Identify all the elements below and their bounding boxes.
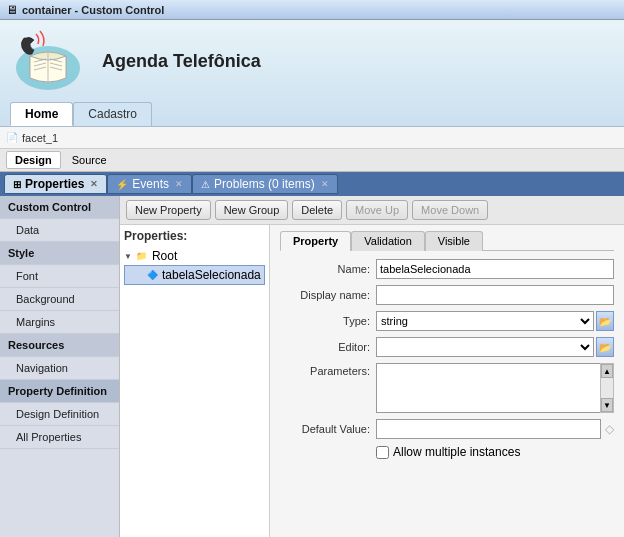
panel-area: New Property New Group Delete Move Up Mo…	[120, 196, 624, 537]
tab-problems[interactable]: ⚠ Problems (0 items) ✕	[192, 174, 338, 194]
scroll-down-button[interactable]: ▼	[601, 398, 613, 412]
sidebar-item-custom-control[interactable]: Custom Control	[0, 196, 119, 219]
title-bar-text: container - Custom Control	[22, 4, 164, 16]
close-properties-icon[interactable]: ✕	[90, 179, 98, 189]
sidebar-item-data[interactable]: Data	[0, 219, 119, 242]
diamond-icon: ◇	[605, 422, 614, 436]
prop-tab-property[interactable]: Property	[280, 231, 351, 251]
design-bar: Design Source	[0, 149, 624, 172]
move-up-button[interactable]: Move Up	[346, 200, 408, 220]
sidebar-item-property-definition[interactable]: Property Definition	[0, 380, 119, 403]
default-value-input[interactable]	[376, 419, 601, 439]
expand-icon: ▼	[124, 252, 132, 261]
editor-select-wrap: 📂	[376, 337, 614, 357]
new-group-button[interactable]: New Group	[215, 200, 289, 220]
default-value-field: Default Value: ◇	[280, 419, 614, 439]
app-title: Agenda Telefônica	[102, 51, 261, 72]
allow-multiple-checkbox[interactable]	[376, 446, 389, 459]
sidebar-item-background[interactable]: Background	[0, 288, 119, 311]
folder-icon: 📁	[135, 249, 149, 263]
app-logo	[10, 26, 90, 96]
name-input[interactable]	[376, 259, 614, 279]
delete-button[interactable]: Delete	[292, 200, 342, 220]
sidebar-item-all-properties[interactable]: All Properties	[0, 426, 119, 449]
facet-label: facet_1	[22, 132, 58, 144]
allow-multiple-row: Allow multiple instances	[280, 445, 614, 459]
tree-root[interactable]: ▼ 📁 Root	[124, 247, 265, 265]
editor-browse-button[interactable]: 📂	[596, 337, 614, 357]
type-select-wrap: string boolean integer number object 📂	[376, 311, 614, 331]
type-field: Type: string boolean integer number obje…	[280, 311, 614, 331]
display-name-input[interactable]	[376, 285, 614, 305]
editor-label: Editor:	[280, 341, 370, 353]
editor-select[interactable]	[376, 337, 594, 357]
title-bar-icon: 🖥	[6, 3, 18, 17]
type-label: Type:	[280, 315, 370, 327]
parameters-input[interactable]	[376, 363, 614, 413]
default-value-wrap: ◇	[376, 419, 614, 439]
properties-tree: Properties: ▼ 📁 Root 🔷 tabelaSelecionada	[120, 225, 270, 537]
facet-bar: 📄 facet_1	[0, 127, 624, 149]
app-header: Agenda Telefônica Home Cadastro	[0, 20, 624, 127]
sidebar: Custom Control Data Style Font Backgroun…	[0, 196, 120, 537]
sidebar-item-font[interactable]: Font	[0, 265, 119, 288]
sidebar-item-design-definition[interactable]: Design Definition	[0, 403, 119, 426]
panel-tabs-bar: ⊞ Properties ✕ ⚡ Events ✕ ⚠ Problems (0 …	[0, 172, 624, 196]
name-label: Name:	[280, 263, 370, 275]
editor-field: Editor: 📂	[280, 337, 614, 357]
sidebar-item-style[interactable]: Style	[0, 242, 119, 265]
allow-multiple-label: Allow multiple instances	[393, 445, 520, 459]
properties-icon: ⊞	[13, 179, 21, 190]
tab-events[interactable]: ⚡ Events ✕	[107, 174, 192, 194]
prop-tab-visible[interactable]: Visible	[425, 231, 483, 251]
problems-icon: ⚠	[201, 179, 210, 190]
tree-root-label: Root	[152, 249, 177, 263]
default-value-label: Default Value:	[280, 423, 370, 435]
name-field: Name:	[280, 259, 614, 279]
main-content: Custom Control Data Style Font Backgroun…	[0, 196, 624, 537]
parameters-field: Parameters: ▲ ▼	[280, 363, 614, 413]
title-bar: 🖥 container - Custom Control	[0, 0, 624, 20]
tab-design[interactable]: Design	[6, 151, 61, 169]
properties-tree-label: Properties:	[124, 229, 265, 243]
facet-icon: 📄	[6, 132, 18, 143]
tab-source[interactable]: Source	[63, 151, 116, 169]
events-icon: ⚡	[116, 179, 128, 190]
parameters-label: Parameters:	[280, 363, 370, 377]
sidebar-item-resources[interactable]: Resources	[0, 334, 119, 357]
property-editor: Property Validation Visible Name: Displa…	[270, 225, 624, 537]
app-tabs: Home Cadastro	[10, 102, 614, 126]
properties-panel: Properties: ▼ 📁 Root 🔷 tabelaSelecionada…	[120, 225, 624, 537]
display-name-field: Display name:	[280, 285, 614, 305]
toolbar: New Property New Group Delete Move Up Mo…	[120, 196, 624, 225]
sidebar-item-margins[interactable]: Margins	[0, 311, 119, 334]
tab-properties[interactable]: ⊞ Properties ✕	[4, 174, 107, 194]
close-events-icon[interactable]: ✕	[175, 179, 183, 189]
new-property-button[interactable]: New Property	[126, 200, 211, 220]
type-select[interactable]: string boolean integer number object	[376, 311, 594, 331]
scroll-up-button[interactable]: ▲	[601, 364, 613, 378]
prop-tab-validation[interactable]: Validation	[351, 231, 425, 251]
tab-cadastro[interactable]: Cadastro	[73, 102, 152, 126]
close-problems-icon[interactable]: ✕	[321, 179, 329, 189]
tab-home[interactable]: Home	[10, 102, 73, 126]
parameters-scrollbar: ▲ ▼	[600, 363, 614, 413]
prop-tabs: Property Validation Visible	[280, 231, 614, 251]
type-browse-button[interactable]: 📂	[596, 311, 614, 331]
move-down-button[interactable]: Move Down	[412, 200, 488, 220]
tree-child-item[interactable]: 🔷 tabelaSelecionada	[124, 265, 265, 285]
sidebar-item-navigation[interactable]: Navigation	[0, 357, 119, 380]
property-icon: 🔷	[145, 268, 159, 282]
display-name-label: Display name:	[280, 289, 370, 301]
tree-child-label: tabelaSelecionada	[162, 268, 261, 282]
